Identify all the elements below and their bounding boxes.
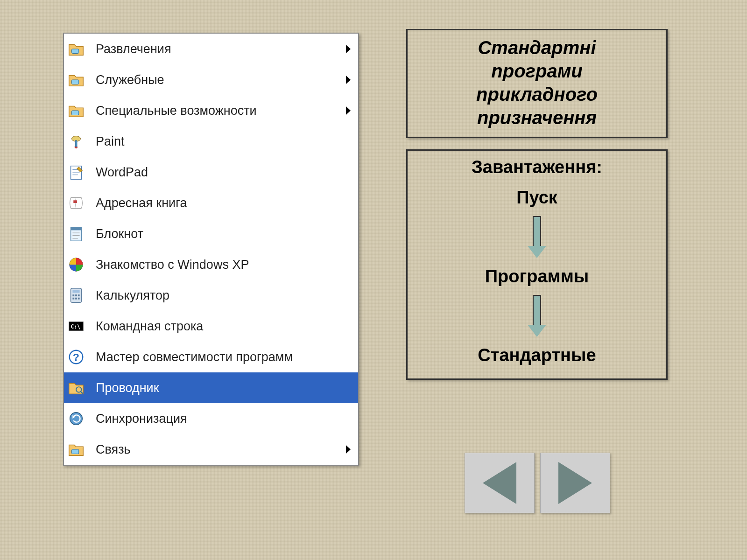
calculator-icon	[67, 286, 85, 305]
menu-item-calculator[interactable]: Калькулятор	[64, 280, 358, 311]
svg-rect-22	[75, 298, 77, 300]
help-icon: ?	[67, 348, 85, 366]
chevron-right-icon	[346, 45, 351, 53]
title-line: програми	[412, 59, 662, 83]
menu-item-label: Проводник	[96, 381, 353, 395]
menu-item-label: Мастер совместимости программ	[96, 350, 353, 364]
tour-icon	[67, 255, 85, 274]
menu-item-accessibility[interactable]: Специальные возможности	[64, 95, 358, 126]
arrow-down-icon	[530, 216, 544, 258]
svg-rect-18	[72, 294, 74, 296]
menu-item-label: Служебные	[96, 73, 346, 87]
chevron-right-icon	[346, 106, 351, 115]
menu-item-wordpad[interactable]: WordPad	[64, 157, 358, 188]
folder-icon	[67, 101, 85, 120]
prev-slide-button[interactable]	[465, 453, 535, 513]
path-step-start: Пуск	[412, 188, 662, 208]
launch-path-box: Завантаження: Пуск Программы Стандартные	[406, 149, 668, 380]
slide-nav	[465, 453, 610, 513]
svg-rect-19	[75, 294, 77, 296]
svg-rect-17	[72, 290, 79, 293]
triangle-right-icon	[558, 462, 592, 504]
svg-rect-23	[78, 298, 80, 300]
svg-rect-4	[75, 140, 77, 147]
menu-item-entertainment[interactable]: Развлечения	[64, 34, 358, 64]
menu-item-explorer[interactable]: Проводник	[64, 372, 358, 403]
svg-rect-9	[73, 200, 77, 203]
svg-rect-21	[72, 298, 74, 300]
title-line: прикладного	[412, 83, 662, 106]
folder-icon	[67, 70, 85, 89]
menu-item-label: WordPad	[96, 165, 353, 180]
sync-icon	[67, 409, 85, 428]
accessories-menu: Развлечения Служебные Специальные возмож…	[63, 33, 359, 466]
menu-item-command-prompt[interactable]: C:\ Командная строка	[64, 311, 358, 342]
paint-icon	[67, 132, 85, 151]
menu-item-communications[interactable]: Связь	[64, 434, 358, 465]
svg-rect-2	[72, 111, 79, 115]
svg-rect-0	[72, 49, 79, 54]
explorer-icon	[67, 378, 85, 397]
path-step-accessories: Стандартные	[412, 345, 662, 365]
path-heading: Завантаження:	[412, 157, 662, 177]
svg-rect-20	[78, 294, 80, 296]
slide-title-box: Стандартні програми прикладного призначе…	[406, 29, 668, 138]
title-line: призначення	[412, 106, 662, 129]
menu-item-label: Развлечения	[96, 42, 346, 56]
chevron-right-icon	[346, 76, 351, 84]
path-step-programs: Программы	[412, 266, 662, 287]
menu-item-label: Знакомство с Windows XP	[96, 258, 353, 272]
menu-item-label: Калькулятор	[96, 288, 353, 303]
menu-item-label: Специальные возможности	[96, 104, 346, 118]
menu-item-notepad[interactable]: Блокнот	[64, 218, 358, 249]
menu-item-label: Командная строка	[96, 319, 353, 334]
title-line: Стандартні	[412, 36, 662, 59]
svg-text:C:\: C:\	[71, 323, 81, 330]
menu-item-label: Блокнот	[96, 227, 353, 241]
menu-item-paint[interactable]: Paint	[64, 126, 358, 157]
menu-item-system-tools[interactable]: Служебные	[64, 64, 358, 95]
wordpad-icon	[67, 163, 85, 182]
svg-rect-11	[71, 228, 82, 231]
folder-icon	[67, 40, 85, 58]
menu-item-synchronize[interactable]: Синхронизация	[64, 403, 358, 434]
notepad-icon	[67, 224, 85, 243]
menu-item-addressbook[interactable]: Адресная книга	[64, 188, 358, 218]
menu-item-label: Адресная книга	[96, 196, 353, 210]
menu-item-label: Связь	[96, 442, 346, 457]
menu-item-label: Синхронизация	[96, 412, 353, 426]
menu-item-label: Paint	[96, 134, 353, 149]
chevron-right-icon	[346, 445, 351, 454]
addressbook-icon	[67, 194, 85, 212]
arrow-down-icon	[530, 295, 544, 337]
folder-icon	[67, 440, 85, 459]
cmd-icon: C:\	[67, 317, 85, 336]
triangle-left-icon	[483, 462, 516, 504]
menu-item-compatibility-wizard[interactable]: ? Мастер совместимости программ	[64, 342, 358, 372]
svg-text:?: ?	[73, 351, 79, 363]
menu-item-windows-xp-tour[interactable]: Знакомство с Windows XP	[64, 249, 358, 280]
next-slide-button[interactable]	[540, 453, 610, 513]
svg-rect-32	[72, 449, 79, 454]
svg-rect-1	[72, 80, 79, 84]
